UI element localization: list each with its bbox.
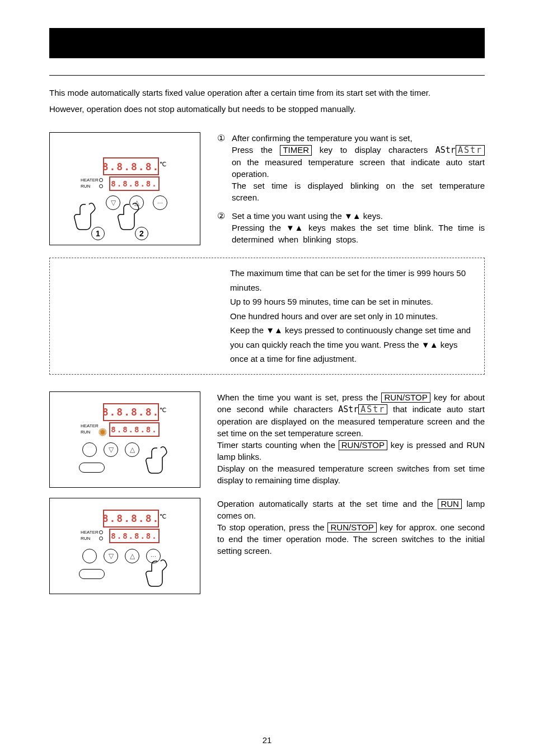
run-label-3: RUN — [81, 536, 90, 541]
up-button-3: △ — [125, 549, 139, 563]
note-inner: The maximum time that can be set for the… — [57, 266, 477, 366]
heater-label-2: HEATER — [81, 423, 99, 428]
run-label: RUN — [81, 184, 90, 189]
hand-icon-4 — [144, 557, 172, 590]
block3-text: When the time you want is set, press the… — [200, 391, 485, 488]
intro-p1: This mode automatically starts fixed val… — [49, 87, 485, 100]
page: This mode automatically starts fixed val… — [0, 0, 534, 756]
content: This mode automatically starts fixed val… — [0, 28, 534, 594]
lcd-bottom-2: 8.8.8.8. — [109, 422, 160, 437]
run-label-2: RUN — [81, 430, 90, 435]
controller-illustration-2: 8.8.8.8. ℃ 8.8.8.8. HEATER RUN ✺ ▽ △ — [49, 391, 200, 488]
arrow-keys-4: ▼▲ — [421, 340, 438, 349]
step-marker-2: 2 — [135, 227, 148, 240]
up-tri-2: △ — [130, 446, 135, 454]
runstop-key-2: RUN/STOP — [339, 440, 387, 451]
run-key: RUN — [438, 499, 462, 510]
run-blink-icon: ✺ — [98, 426, 107, 439]
s1-l2c: on the measured temperature screen that … — [232, 157, 485, 179]
row-block3: 8.8.8.8. ℃ 8.8.8.8. HEATER RUN ✺ ▽ △ Whe… — [49, 391, 485, 488]
up-button-2: △ — [125, 442, 139, 457]
circle-btn-b — [82, 549, 97, 563]
b3-p1: When the time you want is set, press the… — [217, 391, 485, 439]
pill-btn-1 — [79, 463, 105, 473]
step-1-text: After confirming the temperature you wan… — [232, 132, 485, 203]
n-l4a: Keep the — [230, 325, 266, 335]
down-button-2: ▽ — [104, 442, 118, 457]
run-led-3 — [99, 536, 103, 540]
arrow-keys-3: ▼▲ — [266, 325, 283, 335]
s1-l2a: Press the — [232, 145, 280, 155]
note-l3: One hundred hours and over are set only … — [230, 309, 477, 324]
block4-text: Operation automatically starts at the se… — [200, 498, 485, 594]
s2-l1a: Set a time you want using the — [232, 211, 344, 221]
astr-word: AStr — [435, 145, 456, 155]
step-2-text: Set a time you want using the ▼▲ keys. P… — [232, 210, 485, 245]
s1-l2b: key to display characters — [312, 145, 435, 155]
arrow-keys-1: ▼▲ — [344, 211, 361, 221]
runstop-key-1: RUN/STOP — [381, 393, 430, 403]
lcd-top-2: 8.8.8.8. — [103, 403, 159, 421]
deg-c-2: ℃ — [160, 407, 166, 414]
up-tri-3: △ — [130, 552, 135, 560]
b3-p3: Display on the measured temperature scre… — [217, 463, 485, 486]
circle-btn-a — [82, 442, 97, 457]
row-block4: 8.8.8.8. ℃ 8.8.8.8. HEATER RUN ▽ △ ··· O… — [49, 498, 485, 594]
arrow-keys-2: ▼▲ — [286, 223, 303, 232]
note-box: The maximum time that can be set for the… — [49, 258, 485, 375]
intro-p2: However, operation does not stop automat… — [49, 103, 485, 116]
note-l4: Keep the ▼▲ keys pressed to continuously… — [230, 323, 477, 366]
heater-led — [99, 178, 103, 182]
dots-icon: ··· — [157, 199, 163, 207]
controller-illustration-1: 8.8.8.8. ℃ 8.8.8.8. HEATER RUN ▽ △ ··· 1 — [49, 132, 200, 245]
intro-text: This mode automatically starts fixed val… — [49, 87, 485, 115]
lcd-bottom: 8.8.8.8. — [109, 176, 160, 191]
lcd-bottom-3: 8.8.8.8. — [109, 529, 160, 543]
s2-l1b: keys. — [361, 211, 383, 221]
b3-p2: Timer starts counting when the RUN/STOP … — [217, 439, 485, 463]
lcd-top-3: 8.8.8.8. — [103, 510, 159, 528]
step-1: ① After confirming the temperature you w… — [217, 132, 485, 203]
step-2: ② Set a time you want using the ▼▲ keys.… — [217, 210, 485, 245]
deg-c: ℃ — [160, 161, 166, 168]
run-led — [99, 184, 103, 188]
down-tri-2: ▽ — [109, 446, 114, 454]
step-marker-1: 1 — [91, 227, 105, 240]
header-blackbar — [49, 28, 485, 58]
b3-t2a: Timer starts counting when the — [217, 440, 339, 450]
b4-t1a: Operation automatically starts at the se… — [217, 499, 438, 508]
controller-illustration-3: 8.8.8.8. ℃ 8.8.8.8. HEATER RUN ▽ △ ··· — [49, 498, 200, 594]
astr-seg-2: AStr — [358, 404, 387, 415]
heater-led-3 — [99, 530, 103, 534]
s1-l3: The set time is displayed blinking on th… — [232, 181, 485, 202]
b4-t2a: To stop operation, press the — [217, 522, 327, 532]
lcd-top: 8.8.8.8. — [103, 157, 159, 175]
astr-word-2: AStr — [338, 404, 358, 414]
s2-l2a: Pressing the — [232, 223, 286, 232]
down-button-3: ▽ — [104, 549, 118, 563]
hand-icon-3 — [144, 444, 172, 477]
b4-p2: To stop operation, press the RUN/STOP ke… — [217, 521, 485, 557]
heater-label: HEATER — [81, 178, 99, 183]
timer-key: TIMER — [280, 145, 312, 156]
note-l1: The maximum time that can be set for the… — [230, 266, 477, 295]
row-steps: 8.8.8.8. ℃ 8.8.8.8. HEATER RUN ▽ △ ··· 1 — [49, 132, 485, 252]
steps-text: ① After confirming the temperature you w… — [200, 132, 485, 252]
b4-p1: Operation automatically starts at the se… — [217, 498, 485, 521]
note-l2: Up to 99 hours 59 minutes, time can be s… — [230, 295, 477, 309]
page-number: 21 — [0, 735, 534, 745]
s1-l1: After confirming the temperature you wan… — [232, 133, 413, 143]
menu-button-circle: ··· — [153, 195, 167, 210]
divider — [49, 75, 485, 76]
runstop-key-3: RUN/STOP — [327, 522, 376, 533]
down-triangle-icon: ▽ — [111, 199, 116, 207]
astr-seg: AStr — [456, 145, 485, 156]
b3-t1a: When the time you want is set, press the — [217, 393, 381, 402]
heater-label-3: HEATER — [81, 530, 99, 535]
down-tri-3: ▽ — [109, 552, 114, 560]
pill-btn-2 — [79, 569, 105, 579]
step-1-num: ① — [217, 132, 232, 203]
deg-c-3: ℃ — [160, 513, 166, 520]
step-2-num: ② — [217, 210, 232, 245]
